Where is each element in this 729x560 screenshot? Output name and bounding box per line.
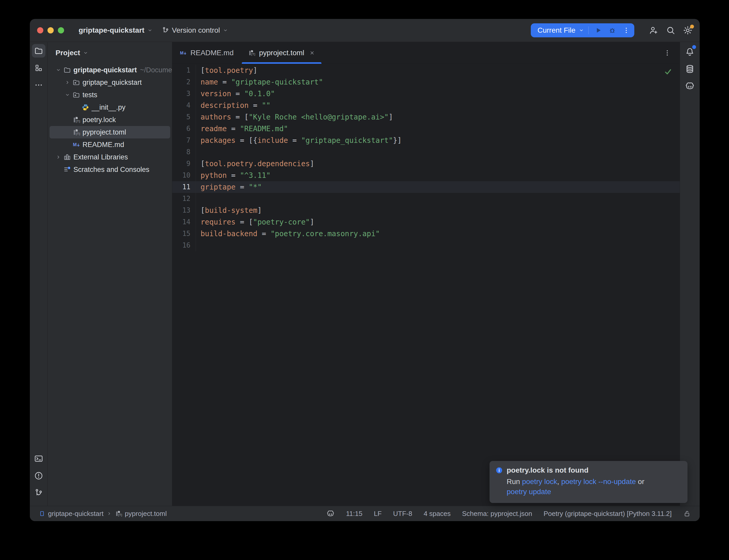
- code-line-8[interactable]: 8: [172, 146, 680, 158]
- database-tool-button[interactable]: [683, 62, 697, 76]
- unlock-icon[interactable]: [683, 510, 691, 517]
- code-line-13[interactable]: 13[build-system]: [172, 205, 680, 216]
- status-item-4-spaces[interactable]: 4 spaces: [424, 510, 451, 518]
- more-tool-windows-button[interactable]: [32, 78, 45, 92]
- tab-readme-md[interactable]: MREADME.md: [172, 42, 241, 64]
- more-icon: [34, 81, 43, 89]
- settings-update-badge: [690, 25, 694, 29]
- inspections-ok-icon[interactable]: [664, 67, 672, 76]
- notification-popup[interactable]: poetry.lock is not found Run poetry lock…: [490, 461, 688, 503]
- tree-item-griptape-quickstart[interactable]: griptape_quickstart: [50, 76, 170, 89]
- tree-item-griptape-quickstart[interactable]: griptape-quickstart~/Docume: [50, 64, 170, 76]
- run-button[interactable]: [593, 25, 604, 36]
- close-window-button[interactable]: [37, 27, 43, 33]
- tree-item-tests[interactable]: tests: [50, 89, 170, 101]
- tree-item-path: ~/Docume: [140, 66, 172, 74]
- notification-link[interactable]: poetry lock --no-update: [561, 478, 636, 486]
- project-panel-header[interactable]: Project: [48, 42, 172, 64]
- vcs-widget[interactable]: Version control: [162, 26, 228, 34]
- main-area: Project griptape-quickstart~/Documegript…: [30, 42, 700, 506]
- chevron-right-icon[interactable]: [54, 154, 62, 160]
- project-tool-button[interactable]: [32, 44, 45, 58]
- project-tree: griptape-quickstart~/Documegriptape_quic…: [48, 64, 172, 176]
- chevron-down-icon: [83, 50, 88, 56]
- search-everywhere-button[interactable]: [664, 24, 677, 37]
- project-selector[interactable]: griptape-quickstart: [79, 26, 153, 34]
- code-line-11[interactable]: 11griptape = "*": [172, 181, 680, 193]
- line-number: 6: [172, 123, 196, 135]
- status-item-11-15[interactable]: 11:15: [346, 510, 362, 518]
- status-item-lf[interactable]: LF: [374, 510, 382, 518]
- tree-item-label: griptape-quickstart: [73, 66, 137, 74]
- chevron-right-icon[interactable]: [63, 80, 72, 85]
- notification-title: poetry.lock is not found: [507, 466, 588, 474]
- tab-pyproject-toml[interactable]: [T]pyproject.toml: [241, 42, 322, 64]
- status-item-poetry-griptape-quicksta[interactable]: Poetry (griptape-quickstart) [Python 3.1…: [544, 510, 672, 518]
- code-line-4[interactable]: 4description = "": [172, 100, 680, 111]
- code-line-1[interactable]: 1[tool.poetry]: [172, 65, 680, 76]
- code-line-7[interactable]: 7packages = [{include = "griptape_quicks…: [172, 135, 680, 146]
- ai-assistant-icon: [685, 81, 695, 91]
- tree-item-poetry-lock[interactable]: [T]poetry.lock: [50, 114, 170, 126]
- chevron-down-icon: [222, 27, 228, 33]
- line-content: griptape = "*": [196, 181, 262, 193]
- code-line-3[interactable]: 3version = "0.1.0": [172, 88, 680, 100]
- markdown-icon: M: [179, 49, 187, 57]
- code-line-15[interactable]: 15build-backend = "poetry.core.masonry.a…: [172, 228, 680, 240]
- terminal-icon: [34, 454, 43, 463]
- chevron-down-icon[interactable]: [579, 27, 584, 33]
- close-icon[interactable]: [309, 50, 315, 56]
- version-control-tool-button[interactable]: [32, 486, 45, 500]
- window-controls: [37, 27, 64, 33]
- tab-label: pyproject.toml: [259, 49, 304, 57]
- code-line-5[interactable]: 5authors = ["Kyle Roche <hello@griptape.…: [172, 111, 680, 123]
- breadcrumb-file[interactable]: [T] pyproject.toml: [115, 510, 167, 518]
- tab-options-kebab-icon[interactable]: [662, 47, 673, 59]
- code-line-10[interactable]: 10python = "^3.11": [172, 170, 680, 181]
- code-line-14[interactable]: 14requires = ["poetry-core"]: [172, 216, 680, 228]
- code-line-12[interactable]: 12: [172, 193, 680, 205]
- zoom-window-button[interactable]: [58, 27, 64, 33]
- status-item-utf-8[interactable]: UTF-8: [393, 510, 412, 518]
- add-user-button[interactable]: [647, 24, 660, 37]
- notification-link[interactable]: poetry lock: [522, 478, 557, 486]
- editor[interactable]: 1[tool.poetry]2name = "griptape-quicksta…: [172, 64, 680, 506]
- tree-item-scratches-and-consoles[interactable]: Scratches and Consoles: [50, 163, 170, 176]
- package-icon: [72, 79, 81, 86]
- notification-link[interactable]: poetry update: [507, 488, 551, 496]
- copilot-icon[interactable]: [326, 509, 335, 518]
- chevron-down-icon[interactable]: [63, 92, 72, 98]
- problems-icon: [34, 471, 43, 480]
- tree-item--init-py[interactable]: __init__.py: [50, 101, 170, 114]
- markdown-icon: M: [72, 141, 81, 149]
- ai-assistant-tool-button[interactable]: [683, 79, 697, 93]
- line-content: authors = ["Kyle Roche <hello@griptape.a…: [196, 111, 393, 123]
- chevron-down-icon: [147, 27, 153, 33]
- structure-tool-button[interactable]: [32, 61, 45, 75]
- minimize-window-button[interactable]: [47, 27, 54, 33]
- more-run-options-button[interactable]: [621, 25, 632, 36]
- code-line-6[interactable]: 6readme = "README.md": [172, 123, 680, 135]
- line-content: [196, 240, 200, 251]
- tree-item-label: Scratches and Consoles: [73, 166, 149, 174]
- divider: [588, 26, 589, 34]
- settings-button[interactable]: [682, 24, 694, 37]
- terminal-tool-button[interactable]: [32, 452, 45, 465]
- code-line-16[interactable]: 16: [172, 240, 680, 251]
- code-line-9[interactable]: 9[tool.poetry.dependencies]: [172, 158, 680, 170]
- tree-item-readme-md[interactable]: MREADME.md: [50, 138, 170, 151]
- line-content: [196, 193, 200, 205]
- line-content: [tool.poetry]: [196, 65, 257, 76]
- tree-item-label: External Libraries: [73, 153, 128, 161]
- status-item-schema-pyproject-json[interactable]: Schema: pyproject.json: [462, 510, 532, 518]
- tree-item-external-libraries[interactable]: External Libraries: [50, 151, 170, 163]
- chevron-down-icon[interactable]: [54, 67, 62, 73]
- tree-item-pyproject-toml[interactable]: [T]pyproject.toml: [50, 126, 170, 138]
- notifications-tool-button[interactable]: [683, 45, 697, 59]
- debug-button[interactable]: [607, 25, 618, 36]
- code-line-2[interactable]: 2name = "griptape-quickstart": [172, 76, 680, 88]
- problems-tool-button[interactable]: [32, 469, 45, 482]
- breadcrumb-project[interactable]: griptape-quickstart: [39, 510, 103, 518]
- run-config-selector[interactable]: Current File: [538, 26, 575, 34]
- tree-item-label: griptape_quickstart: [82, 79, 142, 87]
